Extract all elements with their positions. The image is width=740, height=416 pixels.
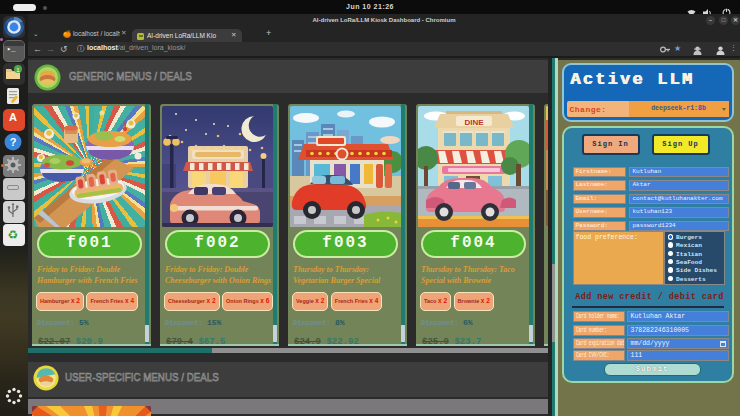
svg-text:DINE: DINE (464, 118, 484, 127)
svg-text:♻: ♻ (8, 228, 19, 242)
svg-text:?: ? (10, 136, 17, 148)
